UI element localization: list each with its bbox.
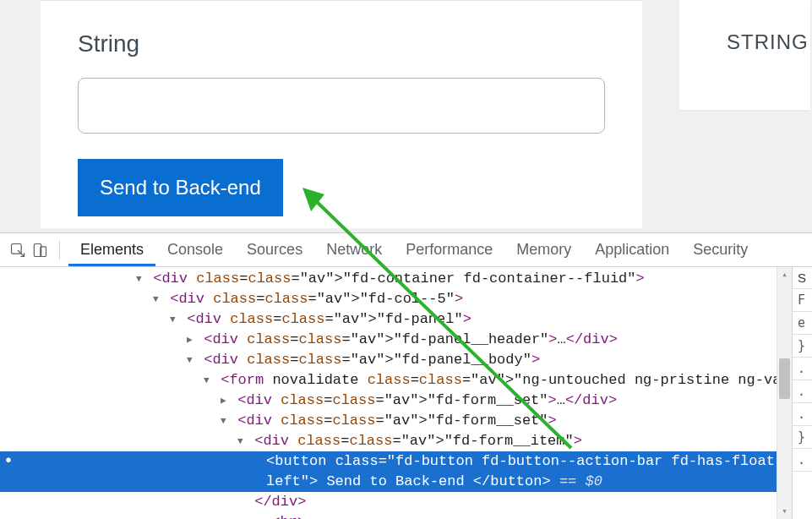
styles-fragment: . <box>793 449 812 472</box>
inspect-element-icon[interactable] <box>7 242 29 259</box>
dom-node[interactable]: ▼ <div class=class="av">"fd-container fd… <box>0 269 792 289</box>
tab-network[interactable]: Network <box>314 233 394 266</box>
styles-fragment: S <box>793 267 812 289</box>
devtools-panel: ElementsConsoleSourcesNetworkPerformance… <box>0 232 812 519</box>
device-toolbar-icon[interactable] <box>29 242 51 259</box>
styles-fragment: . <box>793 380 812 403</box>
dom-node[interactable]: ▼ <div class=class="av">"fd-col--5"> <box>0 289 792 309</box>
form-panel: String Send to Back-end <box>41 0 642 228</box>
dom-node[interactable]: <br> <box>0 512 792 519</box>
styles-sidebar[interactable]: SFe}...}. <box>792 267 812 519</box>
tab-performance[interactable]: Performance <box>394 233 504 266</box>
panel-divider <box>41 0 642 1</box>
dom-node[interactable]: ▼ <div class=class="av">"fd-panel"> <box>0 309 792 330</box>
field-label-string: String <box>78 30 605 57</box>
selected-node[interactable]: •<button class="fd-button fd-button--act… <box>0 451 792 472</box>
string-input[interactable] <box>78 78 605 134</box>
styles-fragment: F <box>793 289 812 312</box>
elements-tree[interactable]: ▼ <div class=class="av">"fd-container fd… <box>0 267 792 519</box>
dom-node[interactable]: ▼ <div class=class="av">"fd-panel__body"… <box>0 350 792 370</box>
tab-elements[interactable]: Elements <box>68 233 155 266</box>
styles-fragment: } <box>793 426 812 449</box>
side-card: STRING <box>679 0 810 110</box>
styles-fragment: . <box>793 358 812 380</box>
devtools-toolbar: ElementsConsoleSourcesNetworkPerformance… <box>0 233 812 267</box>
tab-sources[interactable]: Sources <box>235 233 314 266</box>
tab-application[interactable]: Application <box>583 233 681 266</box>
dom-node[interactable]: ▶ <div class=class="av">"fd-form__set">…… <box>0 391 792 411</box>
elements-scrollbar[interactable]: ▴ ▾ <box>777 267 792 519</box>
dom-node[interactable]: </div> <box>0 492 792 512</box>
scroll-up-icon[interactable]: ▴ <box>777 267 792 282</box>
tab-memory[interactable]: Memory <box>504 233 583 266</box>
dom-node[interactable]: ▶ <div class=class="av">"fd-panel__heade… <box>0 330 792 350</box>
send-to-backend-button[interactable]: Send to Back-end <box>78 159 283 216</box>
divider <box>59 241 60 260</box>
scroll-thumb[interactable] <box>779 358 790 399</box>
tab-console[interactable]: Console <box>155 233 235 266</box>
dom-node[interactable]: ▼ <div class=class="av">"fd-form__item"> <box>0 431 792 451</box>
styles-fragment: e <box>793 312 812 335</box>
app-area: String Send to Back-end STRING <box>0 0 812 228</box>
devtools-body: ▼ <div class=class="av">"fd-container fd… <box>0 267 812 519</box>
styles-fragment: } <box>793 335 812 358</box>
devtools-tabs: ElementsConsoleSourcesNetworkPerformance… <box>68 233 760 266</box>
dom-node[interactable]: ▼ <div class=class="av">"fd-form__set"> <box>0 411 792 431</box>
styles-fragment: . <box>793 403 812 426</box>
side-card-title: STRING <box>727 30 809 53</box>
tab-security[interactable]: Security <box>681 233 760 266</box>
selected-node[interactable]: left"> Send to Back-end </button> == $0 <box>0 472 792 492</box>
dom-node[interactable]: ▼ <form novalidate class=class="av">"ng-… <box>0 370 792 391</box>
scroll-down-icon[interactable]: ▾ <box>777 504 792 519</box>
